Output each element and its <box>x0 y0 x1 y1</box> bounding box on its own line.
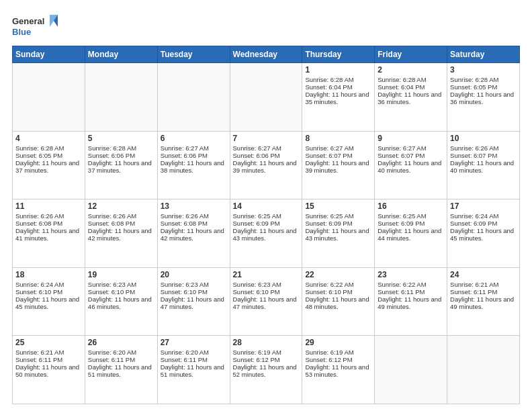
day-info: Sunrise: 6:22 AM <box>305 281 371 288</box>
calendar-body: 1Sunrise: 6:28 AMSunset: 6:04 PMDaylight… <box>13 63 520 404</box>
day-info: Sunset: 6:05 PM <box>15 152 82 159</box>
day-info: Daylight: 11 hours and 44 minutes. <box>378 227 444 242</box>
calendar-cell: 7Sunrise: 6:27 AMSunset: 6:06 PMDaylight… <box>230 131 302 199</box>
day-info: Sunset: 6:06 PM <box>88 152 154 159</box>
calendar-cell: 9Sunrise: 6:27 AMSunset: 6:07 PMDaylight… <box>375 131 447 199</box>
week-row-4: 25Sunrise: 6:21 AMSunset: 6:11 PMDayligh… <box>13 336 520 404</box>
weekday-header-friday: Friday <box>375 46 447 63</box>
calendar-cell: 17Sunrise: 6:24 AMSunset: 6:09 PMDayligh… <box>447 199 520 268</box>
day-info: Sunrise: 6:23 AM <box>161 281 227 288</box>
page: General Blue SundayMondayTuesdayWednesda… <box>0 0 532 411</box>
day-number: 21 <box>233 270 300 279</box>
day-info: Sunset: 6:12 PM <box>305 356 371 363</box>
day-info: Sunset: 6:11 PM <box>15 356 82 363</box>
day-number: 20 <box>161 270 227 279</box>
svg-text:Blue: Blue <box>12 27 31 37</box>
day-info: Sunset: 6:11 PM <box>88 356 154 363</box>
day-info: Daylight: 11 hours and 53 minutes. <box>305 363 371 378</box>
day-info: Daylight: 11 hours and 45 minutes. <box>15 295 82 310</box>
day-info: Sunset: 6:11 PM <box>450 288 517 295</box>
day-number: 22 <box>305 270 371 279</box>
weekday-header-tuesday: Tuesday <box>157 46 230 63</box>
day-number: 16 <box>378 201 444 211</box>
weekday-header-monday: Monday <box>85 46 157 63</box>
day-info: Sunrise: 6:23 AM <box>88 281 154 288</box>
calendar-cell <box>230 63 302 132</box>
calendar-cell <box>375 336 447 404</box>
day-info: Daylight: 11 hours and 49 minutes. <box>450 295 517 310</box>
day-number: 11 <box>15 201 82 211</box>
day-info: Daylight: 11 hours and 42 minutes. <box>161 227 227 242</box>
day-info: Sunrise: 6:23 AM <box>233 281 300 288</box>
calendar-cell: 29Sunrise: 6:19 AMSunset: 6:12 PMDayligh… <box>302 336 375 404</box>
day-number: 6 <box>161 134 227 143</box>
day-info: Daylight: 11 hours and 49 minutes. <box>378 295 444 310</box>
calendar-cell: 14Sunrise: 6:25 AMSunset: 6:09 PMDayligh… <box>230 199 302 268</box>
day-info: Sunrise: 6:26 AM <box>88 212 154 220</box>
day-number: 12 <box>88 201 154 211</box>
day-info: Sunrise: 6:21 AM <box>15 349 82 356</box>
calendar-cell: 26Sunrise: 6:20 AMSunset: 6:11 PMDayligh… <box>85 336 157 404</box>
day-info: Sunrise: 6:27 AM <box>161 144 227 152</box>
weekday-header-thursday: Thursday <box>302 46 375 63</box>
day-info: Sunrise: 6:20 AM <box>88 349 154 356</box>
day-info: Sunset: 6:06 PM <box>233 152 300 159</box>
weekday-header-wednesday: Wednesday <box>230 46 302 63</box>
calendar-cell: 22Sunrise: 6:22 AMSunset: 6:10 PMDayligh… <box>302 267 375 336</box>
day-number: 26 <box>88 338 154 347</box>
day-info: Sunset: 6:09 PM <box>305 220 371 227</box>
day-info: Sunset: 6:10 PM <box>161 288 227 295</box>
calendar-header: SundayMondayTuesdayWednesdayThursdayFrid… <box>13 46 520 63</box>
day-info: Sunrise: 6:26 AM <box>15 212 82 220</box>
day-number: 10 <box>450 134 517 143</box>
day-info: Daylight: 11 hours and 36 minutes. <box>378 91 444 105</box>
day-info: Daylight: 11 hours and 39 minutes. <box>305 159 371 174</box>
day-info: Sunrise: 6:28 AM <box>15 144 82 152</box>
week-row-3: 18Sunrise: 6:24 AMSunset: 6:10 PMDayligh… <box>13 267 520 336</box>
day-info: Sunrise: 6:24 AM <box>450 212 517 220</box>
week-row-0: 1Sunrise: 6:28 AMSunset: 6:04 PMDaylight… <box>13 63 520 132</box>
day-info: Daylight: 11 hours and 43 minutes. <box>305 227 371 242</box>
calendar-cell: 15Sunrise: 6:25 AMSunset: 6:09 PMDayligh… <box>302 199 375 268</box>
day-info: Sunset: 6:11 PM <box>378 288 444 295</box>
weekday-header-sunday: Sunday <box>13 46 85 63</box>
weekday-header-saturday: Saturday <box>447 46 520 63</box>
day-info: Sunset: 6:12 PM <box>233 356 300 363</box>
calendar-cell <box>85 63 157 132</box>
day-number: 17 <box>450 201 517 211</box>
day-info: Sunrise: 6:28 AM <box>88 144 154 152</box>
day-info: Sunset: 6:05 PM <box>450 83 517 91</box>
calendar-cell <box>447 336 520 404</box>
day-info: Daylight: 11 hours and 47 minutes. <box>233 295 300 310</box>
day-info: Sunrise: 6:26 AM <box>450 144 517 152</box>
day-info: Daylight: 11 hours and 47 minutes. <box>161 295 227 310</box>
day-info: Sunset: 6:08 PM <box>88 220 154 227</box>
day-number: 2 <box>378 65 444 75</box>
day-info: Sunset: 6:07 PM <box>450 152 517 159</box>
day-info: Sunset: 6:04 PM <box>378 83 444 91</box>
day-number: 29 <box>305 338 371 347</box>
logo: General Blue <box>12 12 59 39</box>
day-info: Sunrise: 6:24 AM <box>15 281 82 288</box>
day-info: Daylight: 11 hours and 37 minutes. <box>15 159 82 174</box>
day-number: 25 <box>15 338 82 347</box>
day-info: Sunset: 6:08 PM <box>15 220 82 227</box>
day-info: Sunrise: 6:27 AM <box>233 144 300 152</box>
day-info: Daylight: 11 hours and 52 minutes. <box>233 363 300 378</box>
calendar-cell: 13Sunrise: 6:26 AMSunset: 6:08 PMDayligh… <box>157 199 230 268</box>
day-info: Daylight: 11 hours and 35 minutes. <box>305 91 371 105</box>
day-number: 14 <box>233 201 300 211</box>
day-info: Daylight: 11 hours and 42 minutes. <box>88 227 154 242</box>
day-info: Sunset: 6:09 PM <box>450 220 517 227</box>
day-info: Daylight: 11 hours and 39 minutes. <box>233 159 300 174</box>
day-info: Sunrise: 6:25 AM <box>305 212 371 220</box>
day-number: 4 <box>15 134 82 143</box>
day-info: Sunset: 6:07 PM <box>305 152 371 159</box>
calendar-cell: 20Sunrise: 6:23 AMSunset: 6:10 PMDayligh… <box>157 267 230 336</box>
day-info: Sunset: 6:04 PM <box>305 83 371 91</box>
day-number: 7 <box>233 134 300 143</box>
logo-svg: General Blue <box>12 12 59 39</box>
calendar-cell <box>157 63 230 132</box>
calendar-cell: 2Sunrise: 6:28 AMSunset: 6:04 PMDaylight… <box>375 63 447 132</box>
day-number: 8 <box>305 134 371 143</box>
